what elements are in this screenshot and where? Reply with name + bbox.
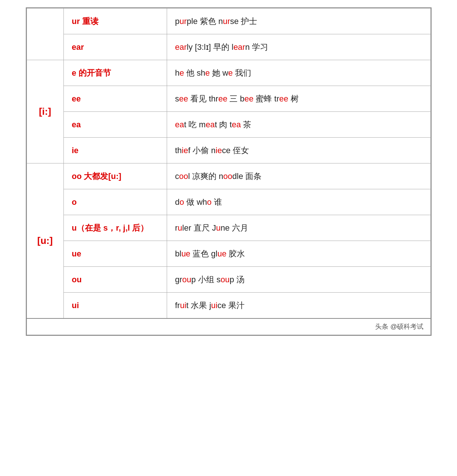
main-table-wrapper: ur 重读purple 紫色 nurse 护士earearly [3:lɪ] 早… [26, 7, 432, 336]
pattern-cell: ur 重读 [63, 8, 167, 34]
table-row: ur 重读purple 紫色 nurse 护士 [27, 8, 430, 34]
pattern-cell: ie [63, 138, 167, 163]
table-row: iethief 小偷 niece 侄女 [27, 138, 430, 163]
examples-cell: ruler 直尺 June 六月 [167, 215, 430, 241]
examples-cell: blue 蓝色 glue 胶水 [167, 241, 430, 267]
pattern-cell: e 的开音节 [63, 60, 167, 86]
table-row: eesee 看见 three 三 bee 蜜蜂 tree 树 [27, 86, 430, 112]
examples-cell: cool 凉爽的 noodle 面条 [167, 163, 430, 189]
pattern-cell: oo 大都发[u:] [63, 163, 167, 189]
pattern-cell: ue [63, 241, 167, 267]
pattern-cell: o [63, 189, 167, 215]
examples-cell: eat 吃 meat 肉 tea 茶 [167, 112, 430, 138]
table-row: eaeat 吃 meat 肉 tea 茶 [27, 112, 430, 138]
pattern-cell: ea [63, 112, 167, 138]
pattern-cell: ear [63, 34, 167, 60]
pattern-cell: ee [63, 86, 167, 112]
table-row: earearly [3:lɪ] 早的 learn 学习 [27, 34, 430, 60]
examples-cell: early [3:lɪ] 早的 learn 学习 [167, 34, 430, 60]
pattern-cell: ui [63, 293, 167, 319]
examples-cell: fruit 水果 juice 果汁 [167, 293, 430, 319]
examples-cell: he 他 she 她 we 我们 [167, 60, 430, 86]
phoneme-cell: [u:] [27, 163, 63, 319]
examples-cell: purple 紫色 nurse 护士 [167, 8, 430, 34]
examples-cell: thief 小偷 niece 侄女 [167, 138, 430, 163]
pattern-cell: u（在是 s，r, j,l 后） [63, 215, 167, 241]
footer-text: 头条 @硕科考试 [27, 318, 430, 335]
table-row: u（在是 s，r, j,l 后）ruler 直尺 June 六月 [27, 215, 430, 241]
table-row: ueblue 蓝色 glue 胶水 [27, 241, 430, 267]
table-row: [u:]oo 大都发[u:]cool 凉爽的 noodle 面条 [27, 163, 430, 189]
examples-cell: do 做 who 谁 [167, 189, 430, 215]
phoneme-cell: [i:] [27, 60, 63, 163]
examples-cell: group 小组 soup 汤 [167, 267, 430, 293]
phoneme-cell [27, 8, 63, 60]
table-row: ougroup 小组 soup 汤 [27, 267, 430, 293]
footer-row: 头条 @硕科考试 [27, 318, 430, 335]
phonics-table: ur 重读purple 紫色 nurse 护士earearly [3:lɪ] 早… [27, 8, 431, 335]
table-row: odo 做 who 谁 [27, 189, 430, 215]
table-row: uifruit 水果 juice 果汁 [27, 293, 430, 319]
examples-cell: see 看见 three 三 bee 蜜蜂 tree 树 [167, 86, 430, 112]
table-row: [i:]e 的开音节he 他 she 她 we 我们 [27, 60, 430, 86]
pattern-cell: ou [63, 267, 167, 293]
